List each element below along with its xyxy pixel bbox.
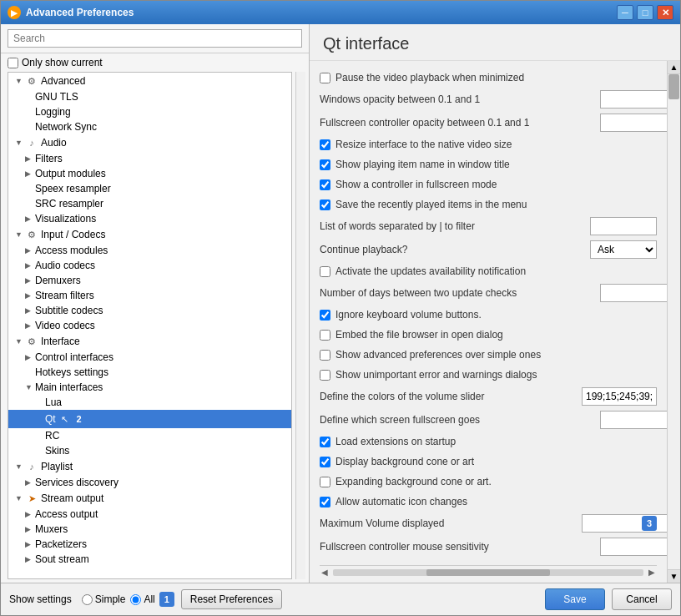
tree-label-demuxers: Demuxers	[35, 275, 81, 286]
tree-item-access-output[interactable]: ▶ Access output	[8, 507, 291, 522]
input-codecs-icon: ⚙	[25, 228, 38, 241]
tree-item-src[interactable]: SRC resampler	[8, 196, 291, 211]
fullscreen-screen-input[interactable]	[600, 411, 667, 429]
setting-save-recent: Save the recently played items in the me…	[320, 194, 657, 215]
tree-item-control-interfaces[interactable]: ▶ Control interfaces	[8, 350, 291, 365]
fullscreen-opacity-spinbox: 0.80 ▲ ▼	[600, 114, 657, 132]
tree-item-stream-filters[interactable]: ▶ Stream filters	[8, 288, 291, 303]
load-extensions-checkbox[interactable]	[320, 437, 330, 447]
tree-item-rc[interactable]: RC	[8, 428, 291, 443]
resize-native-checkbox[interactable]	[320, 139, 330, 150]
tree-item-muxers[interactable]: ▶ Muxers	[8, 522, 291, 537]
ignore-keyboard-checkbox[interactable]	[320, 310, 330, 321]
continue-playback-dropdown[interactable]: Ask Always Never	[590, 240, 657, 259]
fullscreen-opacity-input[interactable]: 0.80	[600, 114, 667, 132]
tree-item-output-modules[interactable]: ▶ Output modules	[8, 166, 291, 181]
simple-radio[interactable]	[82, 594, 93, 605]
reset-preferences-button[interactable]: Reset Preferences	[181, 589, 282, 609]
save-recent-checkbox[interactable]	[320, 199, 330, 210]
vscroll-track[interactable]	[668, 74, 680, 569]
mouse-sensitivity-input[interactable]	[600, 538, 667, 556]
tree-arrow-services-discovery: ▶	[25, 478, 35, 487]
tree-item-packetizers[interactable]: ▶ Packetizers	[8, 537, 291, 552]
tree-label-viz: Visualizations	[35, 213, 96, 225]
expanding-background-checkbox[interactable]	[320, 477, 330, 487]
display-background-label: Display background cone or art	[320, 456, 657, 467]
show-advanced-checkbox[interactable]	[320, 350, 330, 361]
tree-item-logging[interactable]: Logging	[8, 104, 291, 119]
tree-label-packetizers: Packetizers	[35, 538, 87, 550]
hscroll-right[interactable]: ▶	[647, 568, 657, 577]
max-volume-spinbox: ▲ ▼	[582, 514, 638, 533]
tree-item-audio[interactable]: ▼ ♪ Audio	[8, 134, 291, 151]
window-title: Advanced Preferences	[26, 7, 617, 18]
close-button[interactable]: ✕	[657, 5, 673, 20]
tree-item-lua[interactable]: Lua	[8, 395, 291, 410]
fullscreen-opacity-label: Fullscreen controller opacity between 0.…	[320, 117, 600, 129]
vscroll-up[interactable]: ▲	[668, 61, 680, 74]
tree-arrow-viz: ▶	[25, 215, 35, 223]
tree-arrow-main-interfaces: ▼	[25, 383, 35, 391]
all-radio[interactable]	[130, 594, 141, 605]
tree-item-video-codecs[interactable]: ▶ Video codecs	[8, 318, 291, 333]
settings-container: Pause the video playback when minimized …	[310, 61, 667, 583]
filter-words-input[interactable]	[590, 217, 657, 235]
maximize-button[interactable]: □	[637, 5, 653, 20]
annotation-badge-2: 2	[72, 412, 87, 427]
search-input[interactable]	[8, 29, 302, 48]
pause-video-checkbox[interactable]	[320, 73, 330, 83]
tree-item-subtitle-codecs[interactable]: ▶ Subtitle codecs	[8, 303, 291, 318]
filter-words-label: List of words separated by | to filter	[320, 220, 590, 232]
tree-item-audio-codecs[interactable]: ▶ Audio codecs	[8, 258, 291, 273]
tree-arrow-access-modules: ▶	[25, 246, 35, 255]
tree-item-network-sync[interactable]: Network Sync	[8, 119, 291, 134]
hscroll-bar[interactable]: ◀ ▶	[320, 565, 657, 578]
tree-item-advanced[interactable]: ▼ ⚙ Advanced	[8, 73, 291, 89]
show-controller-checkbox[interactable]	[320, 179, 330, 190]
pause-video-label: Pause the video playback when minimized	[320, 72, 657, 83]
tree-item-skins[interactable]: Skins	[8, 443, 291, 458]
cancel-button[interactable]: Cancel	[612, 588, 672, 610]
tree-item-input-codecs[interactable]: ▼ ⚙ Input / Codecs	[8, 226, 291, 243]
save-button[interactable]: Save	[545, 588, 605, 610]
tree-arrow-video-codecs: ▶	[25, 321, 35, 330]
only-show-current-checkbox[interactable]	[8, 58, 18, 68]
tree-item-playlist[interactable]: ▼ ♪ Playlist	[8, 458, 291, 475]
show-playing-title-checkbox[interactable]	[320, 159, 330, 170]
windows-opacity-spinbox: 1.00 ▲ ▼	[600, 90, 657, 109]
tree-item-gnu-tls[interactable]: GNU TLS	[8, 89, 291, 104]
volume-colors-input[interactable]	[582, 387, 657, 406]
tree-item-hotkeys[interactable]: Hotkeys settings	[8, 365, 291, 380]
tree-item-access-modules[interactable]: ▶ Access modules	[8, 243, 291, 258]
update-days-input[interactable]	[600, 284, 667, 302]
icon-changes-checkbox[interactable]	[320, 497, 330, 507]
setting-display-background: Display background cone or art	[320, 452, 657, 472]
tree-item-demuxers[interactable]: ▶ Demuxers	[8, 273, 291, 288]
windows-opacity-input[interactable]: 1.00	[600, 90, 667, 109]
right-panel: Qt interface Pause the video playback wh…	[310, 24, 680, 583]
tree-item-sout-stream[interactable]: ▶ Sout stream	[8, 552, 291, 567]
updates-checkbox[interactable]	[320, 266, 330, 277]
tree-item-services-discovery[interactable]: ▶ Services discovery	[8, 475, 291, 490]
audio-icon: ♪	[25, 136, 38, 149]
embed-browser-checkbox[interactable]	[320, 330, 330, 341]
hscroll-left[interactable]: ◀	[320, 568, 330, 577]
tree-item-stream-output[interactable]: ▼ ➤ Stream output	[8, 490, 291, 507]
tree-label-gnu-tls: GNU TLS	[35, 91, 78, 103]
tree-item-filters[interactable]: ▶ Filters	[8, 151, 291, 166]
tree-arrow-audio: ▼	[15, 139, 25, 147]
tree-item-speex[interactable]: Speex resampler	[8, 181, 291, 196]
vscroll-down[interactable]: ▼	[668, 569, 680, 583]
minimize-button[interactable]: ─	[617, 5, 633, 20]
setting-resize-native: Resize interface to the native video siz…	[320, 134, 657, 154]
search-bar	[1, 24, 309, 53]
tree-item-main-interfaces[interactable]: ▼ Main interfaces	[8, 380, 291, 395]
unimportant-dialogs-checkbox[interactable]	[320, 370, 330, 381]
setting-fullscreen-opacity: Fullscreen controller opacity between 0.…	[320, 111, 657, 134]
tree-scrollbar[interactable]	[295, 72, 305, 579]
tree-item-qt[interactable]: Qt ↖ 2	[8, 410, 291, 428]
tree-label-stream-output: Stream output	[41, 492, 103, 504]
tree-item-interface[interactable]: ▼ ⚙ Interface	[8, 333, 291, 350]
display-background-checkbox[interactable]	[320, 457, 330, 467]
tree-item-viz[interactable]: ▶ Visualizations	[8, 211, 291, 226]
